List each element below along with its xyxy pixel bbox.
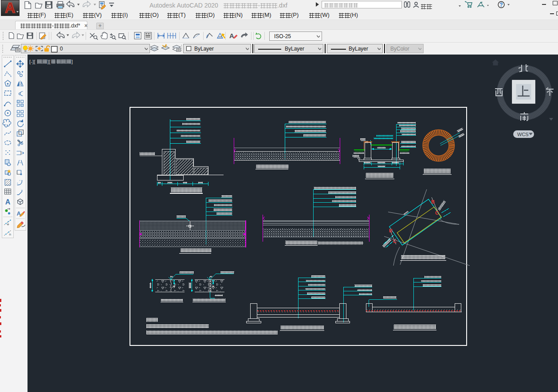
svg-text:?: ?: [499, 2, 503, 8]
svg-text:[-][: [-][: [29, 59, 35, 64]
svg-text:B: B: [389, 228, 393, 233]
svg-text:C: C: [393, 239, 397, 244]
svg-text:B: B: [431, 199, 435, 204]
svg-text:WCS: WCS: [517, 132, 529, 137]
svg-text:][: ][: [47, 59, 51, 64]
svg-text:A: A: [229, 32, 234, 39]
svg-text:C: C: [435, 210, 439, 216]
svg-text:]: ]: [71, 59, 73, 64]
